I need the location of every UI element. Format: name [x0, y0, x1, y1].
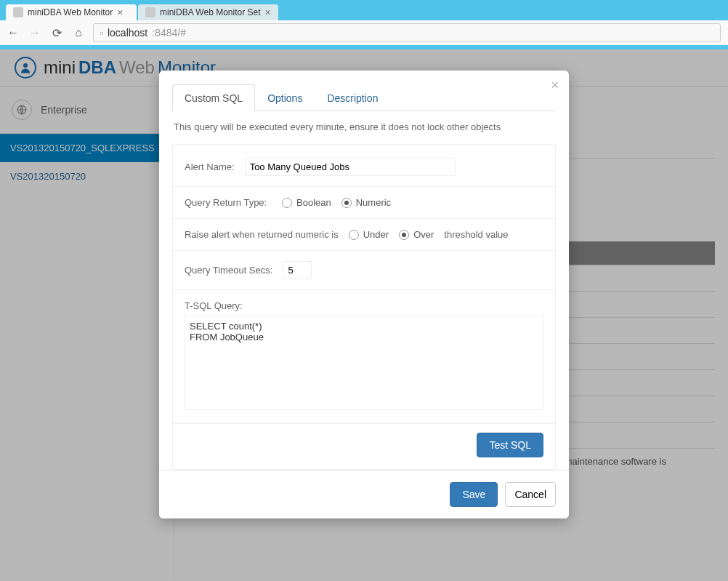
browser-tab[interactable]: miniDBA Web Monitor Set ×: [138, 4, 278, 20]
form-actions: Test SQL: [173, 423, 555, 466]
tab-description[interactable]: Description: [315, 84, 390, 111]
row-alert-name: Alert Name:: [173, 148, 555, 187]
save-button[interactable]: Save: [450, 482, 498, 507]
radio-boolean[interactable]: Boolean: [282, 197, 331, 208]
browser-chrome: miniDBA Web Monitor × miniDBA Web Monito…: [0, 0, 728, 49]
row-tsql: T-SQL Query:: [173, 290, 555, 423]
page-icon: ▫: [100, 27, 103, 39]
modal-body: Custom SQL Options Description This quer…: [159, 71, 569, 470]
reload-icon[interactable]: ⟳: [51, 27, 62, 39]
raise-label: Raise alert when returned numeric is: [185, 229, 339, 240]
modal-note: This query will be executed every minute…: [172, 111, 556, 144]
timeout-input[interactable]: [283, 261, 312, 279]
row-return-type: Query Return Type: Boolean Numeric: [173, 187, 555, 219]
test-sql-button[interactable]: Test SQL: [477, 433, 543, 457]
url-host: localhost: [108, 27, 147, 39]
timeout-label: Query Timeout Secs:: [185, 265, 272, 276]
tab-options[interactable]: Options: [255, 84, 315, 111]
tsql-label: T-SQL Query:: [185, 300, 543, 311]
close-icon[interactable]: ×: [551, 78, 559, 93]
alert-name-input[interactable]: [245, 158, 456, 176]
close-icon[interactable]: ×: [265, 7, 271, 18]
tab-title: miniDBA Web Monitor Set: [160, 7, 261, 17]
address-bar: ← → ⟳ ⌂ ▫ localhost:8484/#: [0, 20, 728, 45]
tsql-textarea[interactable]: [185, 316, 543, 410]
favicon: [145, 7, 155, 17]
form-panel: Alert Name: Query Return Type: Boolean N…: [172, 144, 556, 470]
row-raise: Raise alert when returned numeric is Und…: [173, 219, 555, 251]
alert-name-label: Alert Name:: [185, 161, 235, 172]
modal-tabs: Custom SQL Options Description: [172, 84, 556, 111]
url-input[interactable]: ▫ localhost:8484/#: [93, 23, 721, 42]
return-type-label: Query Return Type:: [185, 197, 272, 208]
cancel-button[interactable]: Cancel: [505, 482, 556, 507]
radio-under[interactable]: Under: [349, 229, 389, 240]
modal: × Custom SQL Options Description This qu…: [159, 71, 569, 518]
radio-over[interactable]: Over: [399, 229, 434, 240]
forward-icon[interactable]: →: [29, 27, 41, 39]
favicon: [13, 7, 23, 17]
radio-numeric[interactable]: Numeric: [341, 197, 391, 208]
back-icon[interactable]: ←: [7, 27, 19, 39]
threshold-label: threshold value: [444, 229, 508, 240]
tab-custom-sql[interactable]: Custom SQL: [172, 84, 255, 111]
nav-icons: ← → ⟳ ⌂: [7, 27, 84, 39]
close-icon[interactable]: ×: [117, 7, 123, 18]
browser-tab[interactable]: miniDBA Web Monitor ×: [6, 4, 137, 20]
tab-title: miniDBA Web Monitor: [28, 7, 113, 17]
url-rest: :8484/#: [152, 27, 186, 39]
row-timeout: Query Timeout Secs:: [173, 251, 555, 290]
tab-bar: miniDBA Web Monitor × miniDBA Web Monito…: [0, 0, 728, 20]
home-icon[interactable]: ⌂: [73, 27, 84, 39]
modal-footer: Save Cancel: [159, 470, 569, 518]
